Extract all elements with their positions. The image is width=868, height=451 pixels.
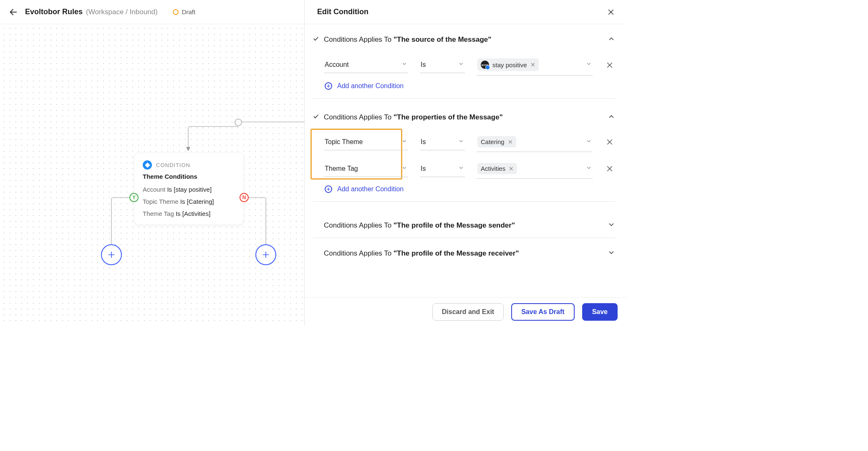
flow-canvas[interactable]: Y N CONDITION Theme Conditions Account I… — [0, 24, 304, 326]
chevron-down-icon — [401, 138, 407, 146]
back-arrow-icon[interactable] — [8, 7, 18, 17]
node-rule: Theme Tag Is [Activities] — [143, 210, 235, 217]
condition-row: Theme Tag Is Activities ✕ — [324, 159, 615, 179]
value-select[interactable]: Catering ✕ — [477, 132, 593, 152]
page-title: Evoltobor Rules — [25, 8, 83, 16]
operator-select[interactable]: Is — [420, 134, 465, 150]
delete-row-icon[interactable] — [604, 61, 615, 69]
value-tag[interactable]: acme stay positive ✕ — [477, 58, 539, 71]
condition-row: Account Is acme stay positive ✕ — [324, 54, 615, 76]
branch-no-badge: N — [240, 193, 249, 202]
value-select[interactable]: acme stay positive ✕ — [477, 54, 593, 76]
section-title: Conditions Applies To "The source of the… — [324, 35, 603, 44]
chevron-down-icon — [401, 61, 407, 68]
section-title: Conditions Applies To "The profile of th… — [324, 249, 608, 258]
node-title: Theme Conditions — [143, 173, 235, 180]
panel-title: Edit Condition — [317, 8, 368, 16]
chevron-down-icon — [608, 249, 615, 258]
node-rule: Account Is [stay positive] — [143, 186, 235, 193]
save-button[interactable]: Save — [582, 303, 618, 321]
plus-circle-icon — [325, 185, 332, 193]
value-select[interactable]: Activities ✕ — [477, 159, 593, 179]
condition-node[interactable]: Y N CONDITION Theme Conditions Account I… — [134, 153, 244, 225]
condition-row: Topic Theme Is Catering ✕ — [324, 132, 615, 152]
chevron-down-icon — [586, 165, 592, 172]
chevron-up-icon — [608, 113, 615, 122]
operator-select[interactable]: Is — [420, 161, 465, 177]
add-no-branch-button[interactable] — [255, 244, 276, 265]
node-rule: Topic Theme Is [Catering] — [143, 198, 235, 205]
add-yes-branch-button[interactable] — [101, 244, 122, 265]
flow-start-node[interactable] — [235, 119, 242, 126]
account-avatar-icon: acme — [481, 61, 489, 69]
delete-row-icon[interactable] — [604, 165, 615, 172]
field-select[interactable]: Theme Tag — [324, 161, 408, 177]
remove-tag-icon[interactable]: ✕ — [509, 165, 514, 172]
section-title: Conditions Applies To "The profile of th… — [324, 221, 608, 230]
delete-row-icon[interactable] — [604, 138, 615, 146]
chevron-up-icon — [608, 35, 615, 44]
check-icon — [313, 114, 319, 121]
status-badge: Draft — [182, 8, 196, 15]
section-title: Conditions Applies To "The properties of… — [324, 113, 603, 122]
add-condition-link[interactable]: Add another Condition — [324, 82, 615, 90]
add-condition-link[interactable]: Add another Condition — [324, 185, 615, 193]
value-tag[interactable]: Activities ✕ — [477, 163, 517, 174]
breadcrumb: (Workspace / Inbound) — [86, 8, 158, 16]
chevron-down-icon — [458, 138, 464, 146]
status-dot-icon — [173, 9, 179, 15]
chevron-down-icon — [401, 165, 407, 172]
discard-button[interactable]: Discard and Exit — [432, 303, 504, 321]
condition-icon — [143, 160, 152, 170]
branch-yes-badge: Y — [129, 193, 139, 202]
chevron-down-icon — [458, 165, 464, 172]
value-tag[interactable]: Catering ✕ — [477, 136, 516, 147]
chevron-down-icon — [608, 221, 615, 230]
chevron-down-icon — [586, 61, 592, 68]
save-draft-button[interactable]: Save As Draft — [511, 303, 574, 321]
chevron-down-icon — [586, 138, 592, 146]
remove-tag-icon[interactable]: ✕ — [508, 139, 513, 145]
node-type-label: CONDITION — [156, 162, 190, 168]
section-header-properties[interactable]: Conditions Applies To "The properties of… — [313, 110, 615, 124]
section-header-source[interactable]: Conditions Applies To "The source of the… — [313, 33, 615, 47]
check-icon — [313, 36, 319, 43]
section-header-receiver[interactable]: Conditions Applies To "The profile of th… — [313, 238, 615, 258]
remove-tag-icon[interactable]: ✕ — [530, 61, 535, 68]
operator-select[interactable]: Is — [420, 57, 465, 73]
close-icon[interactable] — [607, 8, 615, 16]
chevron-down-icon — [458, 61, 464, 68]
plus-circle-icon — [325, 82, 332, 90]
field-select[interactable]: Topic Theme — [324, 134, 408, 150]
field-select[interactable]: Account — [324, 57, 408, 73]
section-header-sender[interactable]: Conditions Applies To "The profile of th… — [313, 213, 615, 238]
